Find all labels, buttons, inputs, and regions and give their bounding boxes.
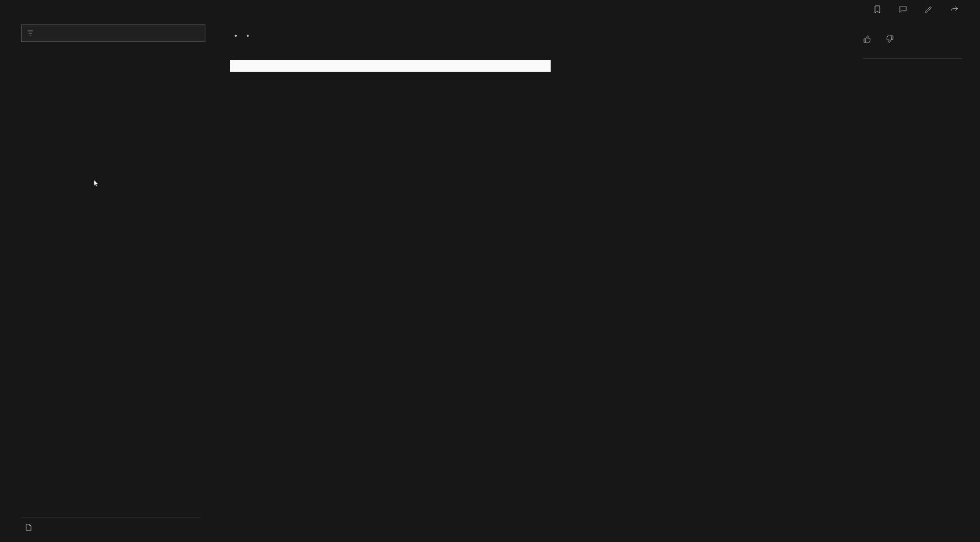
- feedback-action[interactable]: [898, 5, 911, 14]
- in-article-list: [863, 58, 963, 65]
- toc[interactable]: [21, 46, 205, 454]
- edit-icon: [924, 5, 933, 14]
- figure-start-from-data: [230, 60, 551, 72]
- thumbs-down-icon: [886, 35, 894, 43]
- bookmark-action[interactable]: [873, 5, 886, 14]
- helpful-no[interactable]: [886, 35, 897, 43]
- download-icon: [24, 523, 33, 531]
- sidebar: [0, 19, 205, 537]
- filter-input[interactable]: [39, 28, 200, 39]
- share-icon: [950, 5, 959, 14]
- article: • •: [205, 19, 737, 537]
- top-actions: [873, 5, 963, 14]
- helpful-yes[interactable]: [863, 35, 875, 43]
- article-meta: • •: [230, 32, 732, 40]
- bookmark-icon: [873, 5, 882, 14]
- filter-input-wrap[interactable]: [21, 25, 205, 42]
- filter-icon: [26, 29, 34, 37]
- right-rail: [863, 19, 980, 537]
- top-bar: [0, 0, 980, 19]
- feedback-icon: [898, 5, 908, 14]
- thumbs-up-icon: [863, 35, 872, 43]
- download-pdf[interactable]: [21, 517, 201, 537]
- share-action[interactable]: [950, 5, 963, 14]
- edit-action[interactable]: [924, 5, 937, 14]
